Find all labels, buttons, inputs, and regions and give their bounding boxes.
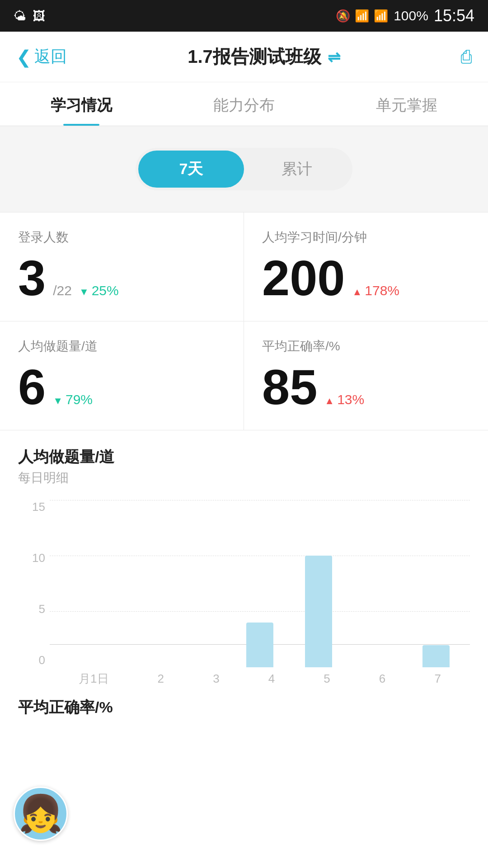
status-right-info: 🔕 📶 📶 100% 15:54 bbox=[336, 6, 474, 25]
bar-5 bbox=[305, 556, 332, 667]
x-label-7: 7 bbox=[434, 672, 441, 686]
chart-y-labels: 15 10 5 0 bbox=[18, 500, 45, 667]
bar-4 bbox=[246, 623, 273, 667]
wifi-icon: 📶 bbox=[355, 9, 369, 23]
stat-accuracy-value-row: 85 13% bbox=[262, 362, 470, 412]
stat-accuracy-value: 85 bbox=[262, 362, 317, 412]
arrow-up-icon-2 bbox=[324, 392, 334, 407]
bar-7 bbox=[422, 645, 450, 667]
toggle-cumulative[interactable]: 累计 bbox=[244, 151, 350, 188]
stat-time-value-row: 200 178% bbox=[262, 253, 470, 303]
stat-time-label: 人均学习时间/分钟 bbox=[262, 229, 470, 246]
stat-questions-value: 6 bbox=[18, 362, 46, 412]
x-label-4: 4 bbox=[268, 672, 275, 686]
arrow-up-icon bbox=[352, 283, 362, 298]
bar-col-1 bbox=[70, 500, 97, 667]
shuffle-icon[interactable]: ⇌ bbox=[328, 48, 340, 66]
avatar-emoji: 👧 bbox=[18, 793, 63, 835]
avatar[interactable]: 👧 bbox=[14, 787, 68, 841]
bluetooth-icon: 🔕 bbox=[336, 9, 350, 23]
signal-icon: 📶 bbox=[374, 9, 388, 23]
stat-time-change: 178% bbox=[352, 283, 400, 298]
stats-grid: 登录人数 3 /22 25% 人均学习时间/分钟 200 178% 人均做题量/… bbox=[0, 212, 488, 430]
bar-col-7 bbox=[422, 500, 450, 667]
stat-accuracy-label: 平均正确率/% bbox=[262, 338, 470, 355]
x-label-1: 月1日 bbox=[79, 671, 108, 687]
tab-unit[interactable]: 单元掌握 bbox=[325, 82, 488, 126]
bar-col-5 bbox=[305, 500, 332, 667]
x-label-2: 2 bbox=[158, 672, 164, 686]
tab-ability[interactable]: 能力分布 bbox=[163, 82, 325, 126]
stat-login-value-row: 3 /22 25% bbox=[18, 253, 225, 303]
tab-bar: 学习情况 能力分布 单元掌握 bbox=[0, 82, 488, 126]
bar-chart: 15 10 5 0 bbox=[18, 500, 470, 690]
stat-questions-value-row: 6 79% bbox=[18, 362, 225, 412]
bar-col-3 bbox=[188, 500, 215, 667]
stat-login-change: 25% bbox=[79, 283, 119, 298]
tab-study[interactable]: 学习情况 bbox=[0, 82, 163, 126]
stat-questions-change: 79% bbox=[53, 392, 93, 407]
stat-login-value: 3 bbox=[18, 253, 46, 303]
chart-plot-area: 月1日 2 3 4 5 6 7 bbox=[50, 500, 470, 690]
back-button[interactable]: ❮ 返回 bbox=[16, 46, 67, 68]
stat-login-label: 登录人数 bbox=[18, 229, 225, 246]
stat-login-sub: /22 bbox=[53, 283, 72, 298]
battery-label: 100% bbox=[394, 8, 428, 24]
status-bar: 🌤 🖼 🔕 📶 📶 100% 15:54 bbox=[0, 0, 488, 32]
stat-questions-label: 人均做题量/道 bbox=[18, 338, 225, 355]
time-label: 15:54 bbox=[434, 6, 474, 25]
header: ❮ 返回 1.7报告测试班级 ⇌ ⎙ bbox=[0, 32, 488, 82]
share-button[interactable]: ⎙ bbox=[461, 47, 472, 67]
share-icon: ⎙ bbox=[461, 47, 472, 66]
stat-time-value: 200 bbox=[262, 253, 345, 303]
bar-col-4 bbox=[246, 500, 273, 667]
chart-title: 人均做题量/道 bbox=[18, 447, 470, 467]
bars-container bbox=[50, 500, 470, 667]
status-left-icons: 🌤 🖼 bbox=[14, 9, 45, 24]
time-toggle-group: 7天 累计 bbox=[136, 148, 352, 190]
chart-subtitle: 每日明细 bbox=[18, 469, 470, 486]
stat-avg-accuracy: 平均正确率/% 85 13% bbox=[244, 321, 488, 430]
weather-icon: 🌤 bbox=[14, 9, 26, 24]
title-text: 1.7报告测试班级 bbox=[188, 44, 321, 69]
bar-col-6 bbox=[364, 500, 391, 667]
stat-accuracy-change: 13% bbox=[324, 392, 364, 407]
y-label-15: 15 bbox=[18, 500, 45, 514]
x-label-6: 6 bbox=[379, 672, 385, 686]
arrow-down-icon bbox=[79, 283, 89, 298]
header-title: 1.7报告测试班级 ⇌ bbox=[188, 44, 340, 69]
x-label-5: 5 bbox=[324, 672, 330, 686]
bar-col-2 bbox=[129, 500, 156, 667]
chart-section: 人均做题量/道 每日明细 15 10 5 0 bbox=[0, 430, 488, 690]
stat-avg-questions: 人均做题量/道 6 79% bbox=[0, 321, 244, 430]
chevron-left-icon: ❮ bbox=[16, 47, 32, 67]
y-label-0: 0 bbox=[18, 653, 45, 667]
y-label-5: 5 bbox=[18, 602, 45, 616]
signal-icons: 🔕 📶 📶 bbox=[336, 9, 388, 23]
arrow-down-icon-2 bbox=[53, 392, 63, 407]
stat-login-count: 登录人数 3 /22 25% bbox=[0, 212, 244, 321]
toggle-7days[interactable]: 7天 bbox=[138, 151, 244, 188]
bottom-chart-label: 平均正确率/% bbox=[0, 690, 488, 725]
x-label-3: 3 bbox=[213, 672, 219, 686]
stat-study-time: 人均学习时间/分钟 200 178% bbox=[244, 212, 488, 321]
image-icon: 🖼 bbox=[33, 9, 45, 24]
y-label-10: 10 bbox=[18, 551, 45, 565]
back-label: 返回 bbox=[34, 46, 67, 68]
chart-x-labels: 月1日 2 3 4 5 6 7 bbox=[50, 667, 470, 690]
